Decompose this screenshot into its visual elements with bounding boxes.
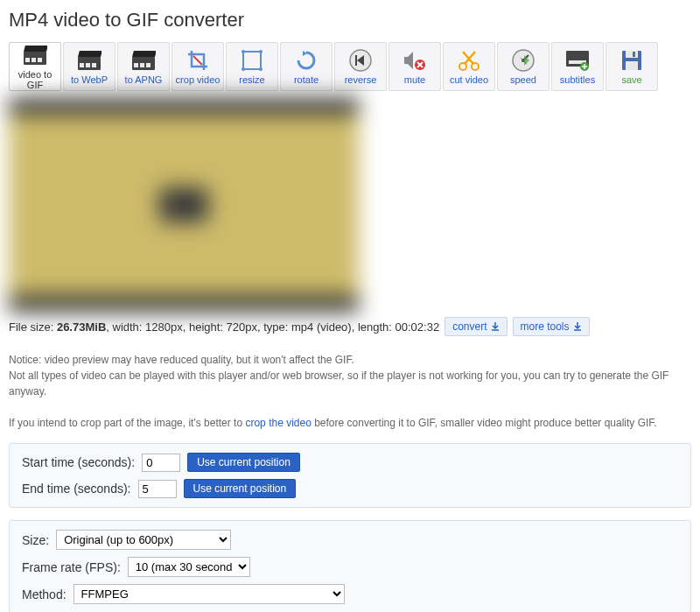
svg-rect-31 <box>626 51 638 58</box>
tool-label: reverse <box>345 74 377 85</box>
tool-label: to WebP <box>71 74 108 85</box>
method-select[interactable]: FFMPEG <box>74 584 345 604</box>
btn-label: more tools <box>521 320 570 333</box>
tool-label: video to GIF <box>10 69 60 90</box>
svg-rect-11 <box>132 51 156 57</box>
svg-rect-9 <box>92 63 96 67</box>
svg-rect-3 <box>32 58 36 62</box>
use-current-start-button[interactable]: Use current position <box>187 453 300 472</box>
notice-line-1: Notice: video preview may have reduced q… <box>9 352 691 368</box>
mute-icon <box>402 48 428 73</box>
svg-rect-33 <box>633 52 635 57</box>
svg-rect-4 <box>38 58 42 62</box>
method-label: Method: <box>22 587 66 601</box>
start-time-label: Start time (seconds): <box>22 455 135 469</box>
notice-line-3b: before converting it to GIF, smaller vid… <box>312 417 657 429</box>
size-label: Size: <box>22 533 49 547</box>
tool-to-webp[interactable]: to WebP <box>63 42 116 91</box>
svg-point-16 <box>242 50 245 53</box>
notice-line-2: Not all types of video can be played wit… <box>9 368 691 399</box>
svg-rect-13 <box>140 63 144 67</box>
play-icon <box>159 187 208 222</box>
convert-button[interactable]: convert <box>444 317 507 336</box>
svg-rect-2 <box>25 58 30 62</box>
tool-speed[interactable]: speed <box>497 42 550 91</box>
svg-rect-32 <box>626 61 638 70</box>
tool-label: to APNG <box>125 74 163 85</box>
tool-cut-video[interactable]: cut video <box>443 42 495 91</box>
notice-text: Notice: video preview may have reduced q… <box>9 352 691 431</box>
file-size-value: 26.73MiB <box>57 320 106 334</box>
svg-rect-12 <box>134 63 138 67</box>
cut-icon <box>456 48 482 73</box>
tool-crop-video[interactable]: crop video <box>172 42 224 91</box>
file-size-prefix: File size: <box>9 320 57 334</box>
tool-label: crop video <box>176 74 220 85</box>
tool-video-to-gif[interactable]: video to GIF <box>9 42 61 91</box>
svg-rect-8 <box>86 63 90 67</box>
clapper-icon <box>130 48 157 73</box>
svg-rect-6 <box>78 51 102 57</box>
download-icon <box>573 322 582 331</box>
more-tools-button[interactable]: more tools <box>513 317 590 336</box>
end-time-input[interactable] <box>138 480 177 498</box>
svg-rect-14 <box>146 63 150 67</box>
download-icon <box>491 322 500 331</box>
notice-line-3a: If you intend to crop part of the image,… <box>9 417 245 429</box>
tool-to-apng[interactable]: to APNG <box>117 42 170 91</box>
fps-select[interactable]: 10 (max 30 seconds) <box>128 557 250 577</box>
svg-rect-7 <box>80 63 84 67</box>
tool-label: resize <box>239 74 264 85</box>
svg-point-19 <box>259 67 262 71</box>
time-panel: Start time (seconds): Use current positi… <box>9 443 691 508</box>
size-select[interactable]: Original (up to 600px) <box>56 530 231 550</box>
reverse-icon <box>347 48 374 73</box>
crop-video-link[interactable]: crop the video <box>245 417 311 429</box>
tool-save[interactable]: save <box>606 42 658 91</box>
tool-label: mute <box>404 74 425 85</box>
clapper-icon <box>76 48 102 73</box>
use-current-end-button[interactable]: Use current position <box>184 479 297 498</box>
tool-label: speed <box>510 74 536 85</box>
svg-point-18 <box>242 67 245 71</box>
tool-label: cut video <box>450 74 488 85</box>
tool-label: save <box>621 74 641 85</box>
tool-label: rotate <box>294 74 318 85</box>
toolbar: video to GIF to WebP to APNG crop video … <box>9 42 691 91</box>
tool-resize[interactable]: resize <box>226 42 278 91</box>
speed-icon <box>510 48 536 73</box>
tool-rotate[interactable]: rotate <box>280 42 332 91</box>
end-time-label: End time (seconds): <box>22 482 131 496</box>
crop-icon <box>185 48 211 73</box>
svg-point-17 <box>259 50 262 53</box>
svg-rect-21 <box>355 55 357 66</box>
tool-mute[interactable]: mute <box>388 42 441 91</box>
btn-label: convert <box>452 320 486 333</box>
rotate-icon <box>293 48 319 73</box>
fps-label: Frame rate (FPS): <box>22 560 121 574</box>
options-panel: Size: Original (up to 600px) Frame rate … <box>9 520 691 612</box>
file-info: File size: 26.73MiB, width: 1280px, heig… <box>9 317 691 336</box>
page-title: MP4 video to GIF converter <box>9 9 691 32</box>
start-time-input[interactable] <box>142 454 180 472</box>
resize-icon <box>239 48 265 73</box>
svg-rect-15 <box>243 52 261 69</box>
subtitles-icon <box>564 48 591 73</box>
tool-label: subtitles <box>560 74 595 85</box>
video-preview[interactable] <box>9 98 359 312</box>
svg-rect-1 <box>24 46 47 52</box>
file-info-rest: , width: 1280px, height: 720px, type: mp… <box>106 320 439 334</box>
tool-reverse[interactable]: reverse <box>334 42 387 91</box>
clapper-icon <box>22 43 48 67</box>
save-icon <box>619 48 645 73</box>
tool-subtitles[interactable]: subtitles <box>551 42 604 91</box>
